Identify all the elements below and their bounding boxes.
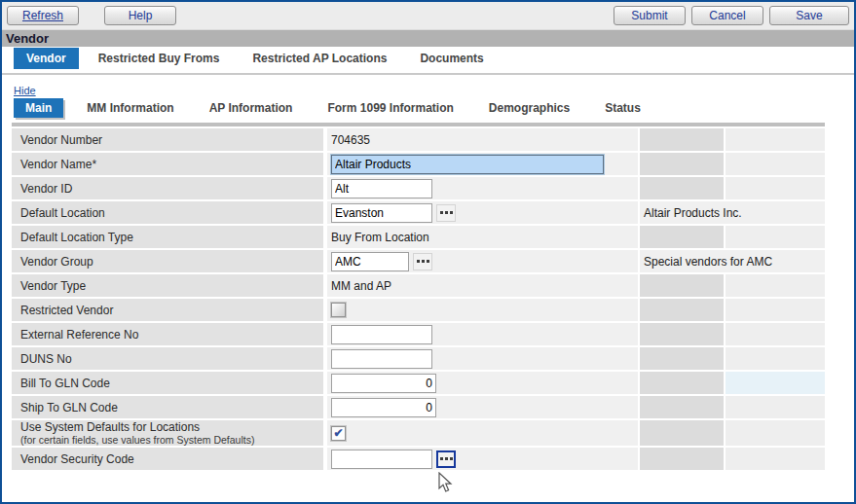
ship-to-gln-code-input[interactable] bbox=[331, 398, 436, 417]
toolbar: RefreshHelp SubmitCancelSave bbox=[2, 2, 854, 30]
field-value-cell bbox=[327, 347, 638, 370]
restricted-vendor-checkbox[interactable] bbox=[331, 303, 346, 317]
table-top-strip bbox=[12, 123, 825, 126]
tab-restricted-ap-locations[interactable]: Restricted AP Locations bbox=[250, 48, 389, 69]
refresh-button[interactable]: Refresh bbox=[7, 6, 79, 25]
bill-to-gln-code-input[interactable] bbox=[331, 374, 436, 393]
tab-bar: VendorRestricted Buy FromsRestricted AP … bbox=[2, 47, 854, 69]
field-label: Vendor Name* bbox=[20, 158, 323, 171]
field-label-cell: Restricted Vendor bbox=[12, 299, 323, 321]
subtab-status[interactable]: Status bbox=[603, 98, 643, 118]
vendor-name-input[interactable] bbox=[331, 155, 604, 174]
field-label: Vendor ID bbox=[20, 182, 323, 196]
field-label-cell: Vendor Security Code bbox=[12, 448, 323, 470]
empty-gray-cell bbox=[640, 299, 724, 321]
empty-gray-cell bbox=[640, 274, 724, 297]
vendor-security-code-input[interactable] bbox=[331, 450, 432, 469]
field-label: Default Location bbox=[20, 206, 323, 220]
table-row-vendor-id: Vendor ID bbox=[12, 177, 825, 199]
field-description-cell bbox=[640, 323, 825, 345]
empty-light-cell bbox=[726, 299, 825, 321]
field-label: Bill To GLN Code bbox=[20, 377, 323, 390]
field-label-cell: Vendor Number bbox=[12, 128, 323, 151]
vendor-number-value: 704635 bbox=[331, 133, 370, 147]
vendor-group-lookup-button[interactable] bbox=[413, 253, 432, 270]
field-label-cell: Ship To GLN Code bbox=[12, 396, 323, 418]
field-label: Default Location Type bbox=[20, 231, 323, 244]
field-label: DUNS No bbox=[20, 352, 323, 366]
field-description-cell bbox=[640, 347, 825, 370]
table-row-use-system-defaults-for-locations: Use System Defaults for Locations(for ce… bbox=[12, 420, 825, 446]
field-description-cell: Altair Products Inc. bbox=[640, 201, 825, 224]
table-row-external-reference-no: External Reference No bbox=[12, 323, 825, 345]
empty-light-cell bbox=[726, 128, 825, 151]
vendor-id-input[interactable] bbox=[331, 179, 432, 198]
default-location-description: Altair Products Inc. bbox=[640, 201, 825, 224]
table-row-duns-no: DUNS No bbox=[12, 347, 825, 370]
empty-light-cell bbox=[726, 448, 825, 470]
submit-button[interactable]: Submit bbox=[614, 6, 686, 25]
table-row-vendor-name: Vendor Name* bbox=[12, 153, 825, 175]
empty-gray-cell bbox=[640, 323, 724, 345]
toolbar-right-group: SubmitCancelSave bbox=[614, 6, 849, 25]
field-description-cell bbox=[640, 448, 825, 470]
empty-gray-cell bbox=[640, 372, 724, 394]
field-label: External Reference No bbox=[20, 328, 323, 342]
subtab-mm-information[interactable]: MM Information bbox=[85, 98, 175, 118]
cancel-button[interactable]: Cancel bbox=[691, 6, 763, 25]
default-location-input[interactable] bbox=[331, 203, 432, 223]
default-location-type-value: Buy From Location bbox=[331, 231, 429, 244]
table-row-vendor-security-code: Vendor Security Code bbox=[12, 448, 825, 470]
field-label-cell: External Reference No bbox=[12, 323, 323, 345]
help-button[interactable]: Help bbox=[104, 6, 176, 25]
mouse-cursor bbox=[437, 472, 455, 493]
default-location-lookup-button[interactable] bbox=[436, 204, 456, 222]
vendor-type-value: MM and AP bbox=[331, 279, 391, 293]
field-value-cell: ✔ bbox=[327, 420, 638, 446]
save-button[interactable]: Save bbox=[769, 6, 849, 25]
field-sublabel: (for certain fields, use values from Sys… bbox=[20, 434, 323, 446]
empty-gray-cell bbox=[640, 177, 724, 199]
field-label: Vendor Number bbox=[20, 133, 323, 147]
field-label: Restricted Vendor bbox=[20, 304, 323, 317]
field-label: Ship To GLN Code bbox=[20, 401, 323, 414]
field-value-cell bbox=[327, 323, 638, 345]
panel-header: Hide MainMM InformationAP InformationFor… bbox=[2, 75, 854, 118]
empty-light-cell bbox=[726, 420, 825, 446]
use-system-defaults-for-locations-checkbox[interactable]: ✔ bbox=[331, 426, 346, 441]
field-value-cell bbox=[327, 201, 638, 224]
vendor-group-input[interactable] bbox=[331, 252, 409, 271]
tab-vendor[interactable]: Vendor bbox=[14, 48, 79, 69]
external-reference-no-input[interactable] bbox=[331, 325, 432, 344]
field-description-cell bbox=[640, 128, 825, 151]
tab-restricted-buy-froms[interactable]: Restricted Buy Froms bbox=[96, 48, 222, 69]
table-row-ship-to-gln-code: Ship To GLN Code bbox=[12, 396, 825, 418]
subtab-form-1099-information[interactable]: Form 1099 Information bbox=[325, 98, 455, 118]
empty-gray-cell bbox=[640, 128, 724, 151]
vendor-security-code-lookup-button[interactable] bbox=[436, 450, 456, 468]
field-description-cell bbox=[640, 372, 825, 394]
subtab-main[interactable]: Main bbox=[14, 98, 63, 118]
duns-no-input[interactable] bbox=[331, 349, 432, 369]
toolbar-left-group: RefreshHelp bbox=[7, 6, 176, 25]
field-label: Vendor Type bbox=[20, 279, 323, 293]
subtab-ap-information[interactable]: AP Information bbox=[207, 98, 295, 118]
field-label-cell: Bill To GLN Code bbox=[12, 372, 323, 394]
field-value-cell bbox=[327, 372, 638, 394]
field-description-cell bbox=[640, 396, 825, 418]
field-label-cell: DUNS No bbox=[12, 347, 323, 370]
subtab-demographics[interactable]: Demographics bbox=[487, 98, 572, 118]
field-value-cell bbox=[327, 153, 638, 175]
field-value-cell bbox=[327, 396, 638, 418]
table-row-default-location: Default LocationAltair Products Inc. bbox=[12, 201, 825, 224]
field-label: Vendor Security Code bbox=[20, 452, 323, 466]
empty-light-cell bbox=[726, 396, 825, 418]
table-row-vendor-type: Vendor TypeMM and AP bbox=[12, 274, 825, 297]
field-label: Use System Defaults for Locations bbox=[20, 420, 323, 434]
empty-gray-cell bbox=[640, 347, 724, 370]
field-value-cell: MM and AP bbox=[327, 274, 638, 297]
tab-documents[interactable]: Documents bbox=[418, 48, 485, 69]
hide-link[interactable]: Hide bbox=[14, 85, 36, 96]
field-label-cell: Default Location Type bbox=[12, 226, 323, 248]
field-label-cell: Vendor Group bbox=[12, 250, 323, 272]
